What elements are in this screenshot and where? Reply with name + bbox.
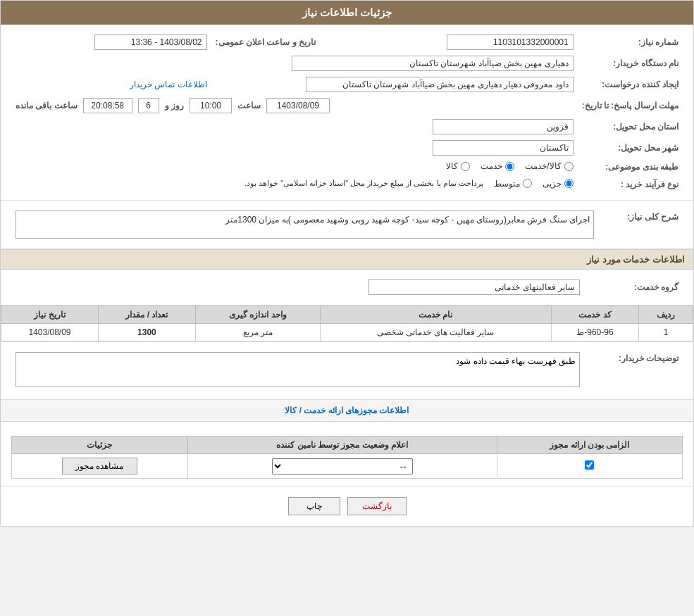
province-value: قزوین: [433, 119, 574, 134]
table-row: 1 960-96-ط سایر فعالیت های خدماتی شخصی م…: [1, 324, 693, 341]
buyer-org-label: نام دستگاه خریدار:: [578, 53, 683, 74]
purchase-medium-radio[interactable]: [523, 179, 532, 188]
need-description-section: شرح کلی نیاز: اجرای سنگ فرش معابر(روستای…: [1, 201, 693, 249]
response-days: 6: [138, 98, 159, 113]
page-header: جزئیات اطلاعات نیاز: [1, 1, 693, 25]
info-table: شماره نیاز: 1103101332000001 تاریخ و ساع…: [11, 32, 683, 193]
service-group-value: سایر فعالیتهای خدماتی: [368, 279, 580, 295]
back-button[interactable]: بازگشت: [347, 497, 407, 515]
category-goods-option: کالا: [446, 161, 470, 171]
cell-required: [497, 454, 682, 479]
info-row-buyer: نام دستگاه خریدار: دهیاری مهین بخش ضیاآب…: [11, 53, 683, 74]
cell-need-date: 1403/08/09: [1, 324, 99, 341]
service-group-label: گروه خدمت:: [584, 277, 683, 298]
need-desc-value: اجرای سنگ فرش معابر(روستای مهین - کوچه س…: [16, 210, 594, 239]
supplier-status-select[interactable]: --: [272, 458, 413, 474]
permissions-table-body: -- مشاهده مجوز: [12, 454, 683, 479]
services-table-body: 1 960-96-ط سایر فعالیت های خدماتی شخصی م…: [1, 324, 693, 341]
category-service-option: خدمت: [481, 161, 514, 171]
info-row-province: استان محل تحویل: قزوین: [11, 116, 683, 137]
contact-info-link[interactable]: اطلاعات تماس خریدار: [130, 80, 207, 89]
category-goods-service-option: کالا/خدمت: [525, 161, 573, 171]
deadline-row: 1403/08/09 ساعت 10:00 روز و 6 20:08:58 س…: [16, 98, 574, 113]
purchase-type-group: جزیی متوسط پرداخت تمام یا بخشی از مبلغ خ…: [244, 179, 574, 189]
province-label: استان محل تحویل:: [578, 116, 683, 137]
response-time-label: ساعت: [237, 101, 261, 111]
city-label: شهر محل تحویل:: [578, 137, 683, 158]
service-group-table: گروه خدمت: سایر فعالیتهای خدماتی: [11, 277, 683, 298]
page-wrapper: جزئیات اطلاعات نیاز شماره نیاز: 11031013…: [0, 0, 694, 527]
response-deadline-label: مهلت ارسال پاسخ: تا تاریخ:: [578, 95, 683, 116]
category-goods-service-radio[interactable]: [564, 162, 574, 171]
cell-unit: متر مربع: [195, 324, 320, 341]
need-number-label: شماره نیاز:: [578, 32, 683, 53]
col-details: جزئیات: [12, 436, 188, 454]
need-desc-label: شرح کلی نیاز:: [598, 208, 683, 241]
permissions-title: اطلاعات مجوزهای ارائه خدمت / کالا: [1, 400, 693, 422]
info-row-creator: ایجاد کننده درخواست: داود معروفی دهیار د…: [11, 74, 683, 95]
permissions-header-row: الزامی بودن ارائه مجوز اعلام وضعیت مجوز …: [12, 436, 683, 454]
services-table-header-row: ردیف کد خدمت نام خدمت واحد اندازه گیری ت…: [1, 306, 693, 324]
services-section-title: اطلاعات خدمات مورد نیاز: [1, 249, 693, 270]
cell-supplier-status: --: [187, 454, 497, 479]
buyer-notes-value: [16, 352, 580, 387]
info-row-purchase-type: نوع فرآیند خرید : جزیی متوسط پرداخت تمام…: [11, 176, 683, 194]
need-number-value: 1103101332000001: [447, 34, 574, 50]
cell-quantity: 1300: [99, 324, 196, 341]
category-goods-label: کالا: [446, 161, 458, 171]
buyer-notes-row: توضیحات خریدار:: [11, 349, 683, 392]
cell-service-code: 960-96-ط: [551, 324, 638, 341]
purchase-medium-option: متوسط: [494, 179, 532, 189]
public-announce-label: تاریخ و ساعت اعلان عمومی:: [211, 32, 320, 53]
category-label: طبقه بندی موضوعی:: [578, 158, 683, 176]
buyer-notes-section: توضیحات خریدار:: [1, 342, 693, 400]
purchase-medium-label: متوسط: [494, 179, 520, 189]
permissions-section: الزامی بودن ارائه مجوز اعلام وضعیت مجوز …: [1, 422, 693, 486]
info-row-deadline: مهلت ارسال پاسخ: تا تاریخ: 1403/08/09 سا…: [11, 95, 683, 116]
services-table: ردیف کد خدمت نام خدمت واحد اندازه گیری ت…: [1, 306, 693, 341]
category-service-label: خدمت: [481, 161, 502, 171]
purchase-partial-option: جزیی: [543, 179, 574, 189]
permissions-table-head: الزامی بودن ارائه مجوز اعلام وضعیت مجوز …: [12, 436, 683, 454]
col-required: الزامی بودن ارائه مجوز: [497, 436, 682, 454]
response-date: 1403/08/09: [266, 98, 330, 113]
purchase-type-label: نوع فرآیند خرید :: [578, 176, 683, 194]
creator-label: ایجاد کننده درخواست:: [578, 74, 683, 95]
view-permit-button[interactable]: مشاهده مجوز: [62, 458, 137, 474]
need-desc-table: شرح کلی نیاز: اجرای سنگ فرش معابر(روستای…: [11, 208, 683, 241]
service-group-section: گروه خدمت: سایر فعالیتهای خدماتی: [1, 270, 693, 306]
category-goods-radio[interactable]: [461, 162, 470, 171]
category-goods-service-label: کالا/خدمت: [525, 161, 561, 171]
main-info-section: شماره نیاز: 1103101332000001 تاریخ و ساع…: [1, 25, 693, 201]
page-title: جزئیات اطلاعات نیاز: [302, 6, 392, 18]
col-row-num: ردیف: [639, 306, 693, 324]
col-unit: واحد اندازه گیری: [195, 306, 320, 324]
buyer-notes-label: توضیحات خریدار:: [584, 349, 683, 392]
required-checkbox[interactable]: [585, 460, 594, 470]
table-row: -- مشاهده مجوز: [12, 454, 683, 479]
col-service-name: نام خدمت: [320, 306, 551, 324]
response-remaining-label: ساعت باقی مانده: [16, 101, 78, 111]
print-button[interactable]: چاپ: [288, 497, 340, 515]
action-buttons: بازگشت چاپ: [1, 486, 693, 526]
buyer-org-value: دهیاری مهین بخش ضیاآباد شهرستان تاکستان: [292, 56, 574, 71]
response-time: 10:00: [190, 98, 232, 113]
response-time-remaining: 20:08:58: [83, 98, 132, 113]
response-days-label: روز و: [165, 101, 184, 111]
purchase-partial-radio[interactable]: [564, 179, 574, 188]
buyer-notes-table: توضیحات خریدار:: [11, 349, 683, 392]
category-radio-group: کالا/خدمت خدمت کالا: [446, 161, 573, 171]
public-announce-date: 1403/08/02 - 13:36: [94, 34, 207, 50]
col-quantity: تعداد / مقدار: [99, 306, 196, 324]
cell-row-num: 1: [639, 324, 693, 341]
services-table-head: ردیف کد خدمت نام خدمت واحد اندازه گیری ت…: [1, 306, 693, 324]
services-table-section: ردیف کد خدمت نام خدمت واحد اندازه گیری ت…: [1, 306, 693, 342]
info-row-city: شهر محل تحویل: تاکستان: [11, 137, 683, 158]
city-value: تاکستان: [433, 140, 574, 156]
creator-value: داود معروفی دهیار دهیاری مهین بخش ضیاآبا…: [306, 77, 574, 92]
service-group-row: گروه خدمت: سایر فعالیتهای خدماتی: [11, 277, 683, 298]
purchase-partial-label: جزیی: [543, 179, 562, 189]
cell-details: مشاهده مجوز: [12, 454, 188, 479]
col-supplier-status: اعلام وضعیت مجوز توسط نامین کننده: [187, 436, 497, 454]
category-service-radio[interactable]: [505, 162, 514, 171]
